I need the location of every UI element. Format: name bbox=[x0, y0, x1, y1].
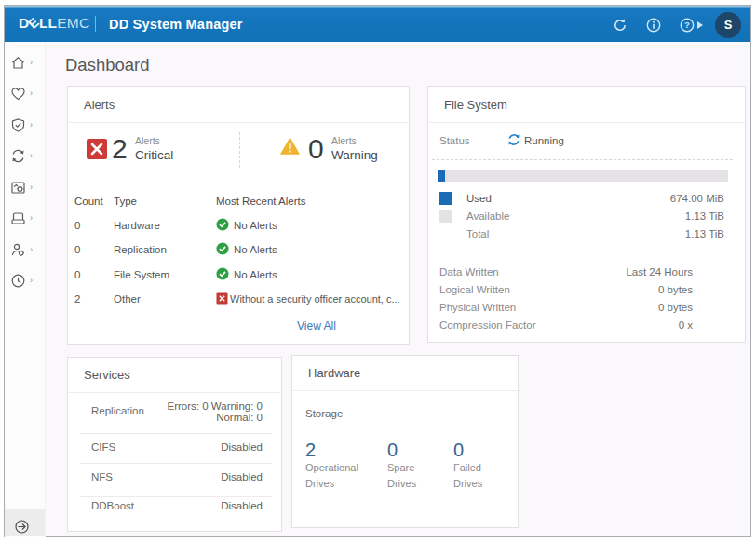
svg-text:?: ? bbox=[684, 20, 690, 30]
